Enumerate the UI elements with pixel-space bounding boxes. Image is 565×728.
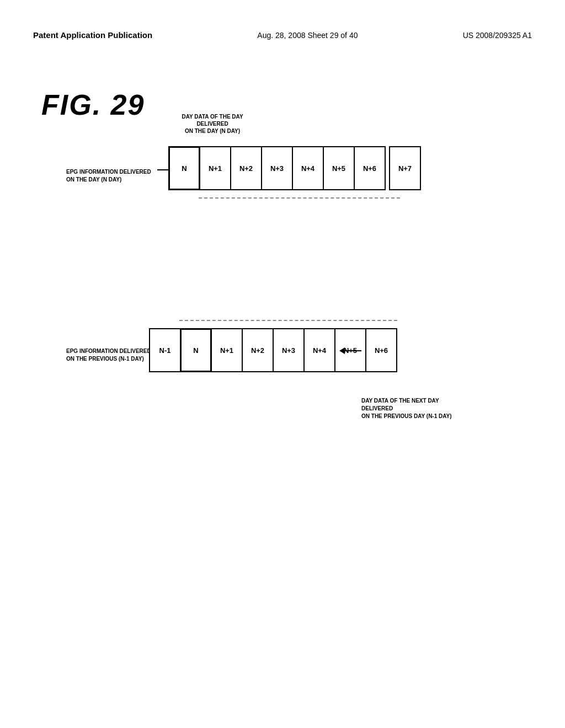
cell-N6: N+6 [354,146,386,190]
dashed-line-top [199,197,400,199]
cell-N3: N+3 [261,146,293,190]
date-sheet-info: Aug. 28, 2008 Sheet 29 of 40 [257,31,358,40]
publication-title: Patent Application Publication [33,30,152,40]
arrow-head-left [339,347,345,354]
cell-N5: N+5 [323,146,355,190]
label-day-data-top: DAY DATA OF THE DAY DELIVEREDON THE DAY … [177,113,248,135]
cell-N1b: N+1 [211,328,243,372]
cell-N-bottom: N [180,328,212,372]
cell-N7: N+7 [389,146,421,190]
patent-number: US 2008/209325 A1 [463,31,532,40]
cell-N4: N+4 [292,146,324,190]
label-day-data-bottom: DAY DATA OF THE NEXT DAY DELIVEREDON THE… [361,397,472,420]
label-epg-top: EPG INFORMATION DELIVEREDON THE DAY (N D… [66,168,154,184]
cell-N3b: N+3 [273,328,305,372]
arrow-bottom-left [339,347,361,354]
diagram-area: DAY DATA OF THE DAY DELIVEREDON THE DAY … [33,83,532,684]
grid-top: N N+1 N+2 N+3 N+4 N+5 N+6 N+7 [168,146,421,190]
cell-N6b: N+6 [365,328,397,372]
page-header: Patent Application Publication Aug. 28, … [33,30,532,40]
arrow-line-bottom [345,350,361,351]
cell-N1: N+1 [199,146,231,190]
cell-Nm1: N-1 [149,328,181,372]
cell-N2: N+2 [230,146,262,190]
cell-N: N [168,146,200,190]
dashed-line-bottom [179,320,397,321]
cell-N2b: N+2 [242,328,274,372]
label-epg-bottom: EPG INFORMATION DELIVEREDON THE PREVIOUS… [66,347,154,363]
cell-N4b: N+4 [303,328,335,372]
